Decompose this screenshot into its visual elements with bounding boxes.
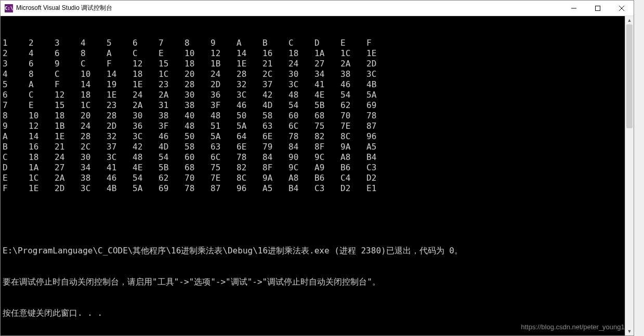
table-cell: 27 xyxy=(314,59,340,69)
table-cell: 82 xyxy=(236,163,262,173)
table-cell: 2 xyxy=(29,38,55,48)
table-cell: 38 xyxy=(81,173,107,183)
table-cell: 18 xyxy=(81,90,107,100)
table-cell: 1E xyxy=(107,90,133,100)
table-cell: 48 xyxy=(185,121,211,131)
table-cell: 4D xyxy=(262,100,288,111)
table-cell: 38 xyxy=(340,69,366,79)
scroll-up-icon[interactable]: ▲ xyxy=(625,16,634,24)
table-cell: 82 xyxy=(314,131,340,142)
table-cell: 34 xyxy=(314,69,340,79)
table-cell: 9A xyxy=(262,173,288,183)
table-cell: 46 xyxy=(107,173,133,183)
table-cell: 38 xyxy=(159,111,185,121)
table-cell: 5B xyxy=(159,163,185,173)
table-cell: 5A xyxy=(133,183,159,194)
table-cell: F xyxy=(55,79,81,90)
table-cell: 3C xyxy=(366,69,392,79)
table-cell: 78 xyxy=(288,131,314,142)
table-cell: 9 xyxy=(3,121,29,131)
table-cell: 8 xyxy=(185,38,211,48)
table-cell: 2A xyxy=(159,90,185,100)
table-cell: 24 xyxy=(55,152,81,163)
table-cell: 8F xyxy=(262,163,288,173)
hex-multiplication-table: 123456789ABCDEF2468ACE10121416181A1C1E36… xyxy=(3,38,632,194)
table-cell: 36 xyxy=(133,121,159,131)
scroll-down-icon[interactable]: ▼ xyxy=(625,327,634,335)
table-cell: 32 xyxy=(107,131,133,142)
table-cell: 8F xyxy=(314,142,340,152)
table-cell: 1C xyxy=(340,48,366,59)
table-cell: C xyxy=(288,38,314,48)
table-cell: 58 xyxy=(262,111,288,121)
table-cell: 9C xyxy=(288,163,314,173)
table-cell: 31 xyxy=(159,100,185,111)
table-cell: 15 xyxy=(55,100,81,111)
table-cell: 54 xyxy=(340,90,366,100)
table-cell: 12 xyxy=(55,90,81,100)
table-cell: C xyxy=(133,48,159,59)
table-cell: 2A xyxy=(55,173,81,183)
table-cell: D2 xyxy=(366,173,392,183)
table-cell: E1 xyxy=(366,183,392,194)
close-button[interactable] xyxy=(610,1,634,16)
table-cell: 64 xyxy=(236,131,262,142)
table-cell: 8C xyxy=(340,131,366,142)
table-row: 48C1014181C2024282C3034383C xyxy=(3,69,632,79)
table-cell: 24 xyxy=(81,121,107,131)
table-cell: 23 xyxy=(159,79,185,90)
table-cell: 5A xyxy=(211,131,236,142)
table-cell: A5 xyxy=(262,183,288,194)
table-cell: 1 xyxy=(3,38,29,48)
table-cell: 30 xyxy=(288,69,314,79)
table-cell: A xyxy=(3,131,29,142)
table-row: E1C2A38465462707E8C9AA8B6C4D2 xyxy=(3,173,632,183)
table-cell: 3C xyxy=(133,131,159,142)
table-cell: 14 xyxy=(29,131,55,142)
table-cell: 6 xyxy=(3,90,29,100)
table-cell: 51 xyxy=(211,121,236,131)
table-cell: 46 xyxy=(236,100,262,111)
table-cell: 4E xyxy=(133,163,159,173)
table-cell: 1B xyxy=(211,59,236,69)
scroll-thumb[interactable] xyxy=(626,24,633,128)
table-cell: 2 xyxy=(3,48,29,59)
table-cell: 2C xyxy=(262,69,288,79)
table-cell: 28 xyxy=(185,79,211,90)
titlebar[interactable]: C:\ Microsoft Visual Studio 调试控制台 xyxy=(1,1,634,16)
table-cell: 8C xyxy=(236,173,262,183)
table-cell: 1E xyxy=(236,59,262,69)
table-cell: 14 xyxy=(236,48,262,59)
table-cell: 2D xyxy=(107,121,133,131)
console-body[interactable]: 123456789ABCDEF2468ACE10121416181A1C1E36… xyxy=(1,16,634,335)
vertical-scrollbar[interactable]: ▲ ▼ xyxy=(625,16,634,335)
maximize-button[interactable] xyxy=(586,1,610,16)
table-cell: 96 xyxy=(366,131,392,142)
table-cell: 62 xyxy=(340,100,366,111)
table-cell: 8 xyxy=(81,48,107,59)
table-cell: 60 xyxy=(288,111,314,121)
table-cell: 30 xyxy=(81,152,107,163)
table-cell: 6C xyxy=(288,121,314,131)
table-cell: B4 xyxy=(366,152,392,163)
table-cell: 48 xyxy=(211,111,236,121)
table-cell: 21 xyxy=(55,142,81,152)
table-cell: 5 xyxy=(107,38,133,48)
table-cell: 63 xyxy=(262,121,288,131)
table-cell: E xyxy=(340,38,366,48)
table-cell: E xyxy=(29,100,55,111)
table-cell: 24 xyxy=(211,69,236,79)
table-row: 2468ACE10121416181A1C1E xyxy=(3,48,632,59)
table-cell: 4 xyxy=(3,69,29,79)
minimize-button[interactable] xyxy=(562,1,586,16)
table-cell: 42 xyxy=(262,90,288,100)
table-cell: 18 xyxy=(133,69,159,79)
table-cell: 28 xyxy=(107,111,133,121)
table-cell: 8 xyxy=(3,111,29,121)
press-any-key-line: 按任意键关闭此窗口. . . xyxy=(3,308,632,318)
table-cell: 5B xyxy=(314,100,340,111)
table-row: 81018202830384048505860687078 xyxy=(3,111,632,121)
table-cell: 87 xyxy=(211,183,236,194)
exit-messages: E:\ProgramLanguage\C_CODE\其他程序\16进制乘法表\D… xyxy=(3,225,632,335)
table-cell: 10 xyxy=(185,48,211,59)
